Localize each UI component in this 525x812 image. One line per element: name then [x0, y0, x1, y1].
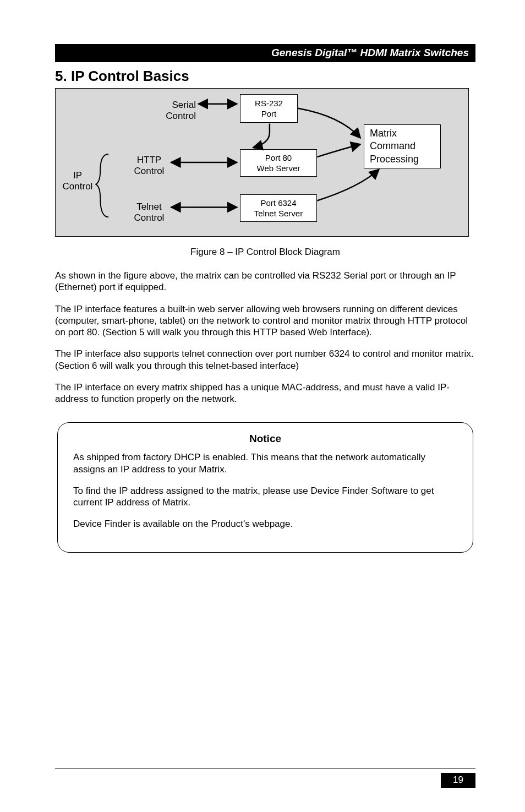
footer-rule [55, 769, 475, 769]
paragraph-1: As shown in the figure above, the matrix… [55, 270, 475, 293]
section-heading: 5. IP Control Basics [55, 68, 475, 85]
notice-box: Notice As shipped from factory DHCP is e… [57, 422, 473, 552]
paragraph-2: The IP interface features a built-in web… [55, 303, 475, 339]
ip-control-label: IPControl [61, 170, 94, 193]
page-number: 19 [441, 773, 475, 788]
figure-caption: Figure 8 – IP Control Block Diagram [55, 247, 475, 258]
port6324-box: Port 6324 Telnet Server [240, 194, 317, 222]
http-control-label: HTTPControl [130, 155, 168, 177]
paragraph-3: The IP interface also supports telnet co… [55, 348, 475, 372]
matrix-line1: Matrix [370, 127, 397, 140]
header-title: Genesis Digital™ HDMI Matrix Switches [271, 47, 469, 58]
matrix-line2: Command [370, 140, 415, 152]
telnet-control-label: TelnetControl [130, 201, 168, 224]
page: Genesis Digital™ HDMI Matrix Switches 5.… [0, 0, 525, 812]
notice-p1: As shipped from factory DHCP is enabled.… [73, 451, 457, 475]
port80-line1: Port 80 [265, 152, 292, 164]
rs232-line2: Port [261, 108, 277, 119]
matrix-line3: Processing [370, 153, 419, 166]
rs232-box: RS-232 Port [240, 94, 298, 123]
ip-control-diagram: SerialControl IPControl HTTPControl Teln… [55, 88, 469, 237]
notice-p2: To find the IP address assigned to the m… [73, 485, 457, 509]
port80-line2: Web Server [257, 163, 300, 174]
paragraph-4: The IP interface on every matrix shipped… [55, 382, 475, 405]
port6324-line2: Telnet Server [254, 208, 303, 219]
matrix-box: Matrix Command Processing [364, 124, 441, 168]
rs232-line1: RS-232 [255, 98, 283, 109]
port80-box: Port 80 Web Server [240, 149, 317, 177]
notice-title: Notice [73, 433, 457, 445]
port6324-line1: Port 6324 [260, 198, 296, 209]
header-bar: Genesis Digital™ HDMI Matrix Switches [55, 44, 475, 62]
serial-control-label: SerialControl [157, 100, 196, 122]
notice-p3: Device Finder is available on the Produc… [73, 518, 457, 530]
